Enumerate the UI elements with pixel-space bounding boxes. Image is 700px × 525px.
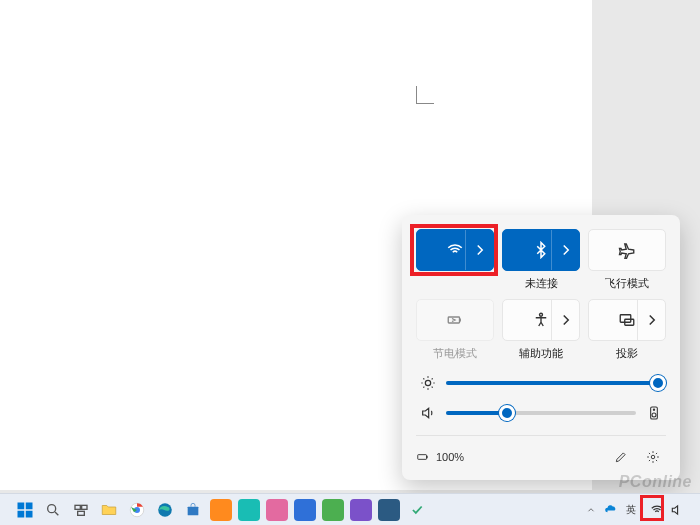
volume-slider[interactable] [446, 411, 636, 415]
system-tray: 英 [586, 501, 700, 519]
app-dark[interactable] [378, 499, 400, 521]
svg-rect-17 [82, 505, 87, 509]
tile-bluetooth: 未连接 [502, 229, 580, 291]
cursor-mark [416, 86, 434, 104]
explorer-app[interactable] [98, 499, 120, 521]
accessibility-icon [532, 311, 550, 329]
accessibility-toggle[interactable] [502, 299, 580, 341]
svg-point-7 [653, 409, 654, 410]
volume-row [416, 405, 666, 421]
app-orange[interactable] [210, 499, 232, 521]
airplane-toggle[interactable] [588, 229, 666, 271]
brightness-row [416, 375, 666, 391]
tile-airplane: 飞行模式 [588, 229, 666, 291]
battery-icon [416, 450, 430, 464]
tray-overflow[interactable] [586, 505, 596, 515]
tile-project: 投影 [588, 299, 666, 361]
chrome-app[interactable] [126, 499, 148, 521]
volume-thumb[interactable] [499, 405, 515, 421]
bluetooth-label: 未连接 [525, 277, 558, 291]
tile-wifi [416, 229, 494, 291]
svg-point-1 [540, 313, 543, 316]
edit-quick-settings[interactable] [608, 444, 634, 470]
chevron-right-icon [643, 311, 661, 329]
battery-saver-label: 节电模式 [433, 347, 477, 361]
app-teal[interactable] [238, 499, 260, 521]
brightness-fill [446, 381, 658, 385]
open-settings[interactable] [640, 444, 666, 470]
battery-saver-icon [446, 311, 464, 329]
app-pink[interactable] [266, 499, 288, 521]
chevron-right-icon [557, 241, 575, 259]
store-app[interactable] [182, 499, 204, 521]
wifi-icon [446, 241, 464, 259]
chevron-right-icon [471, 241, 489, 259]
bluetooth-expand[interactable] [551, 230, 579, 270]
svg-point-15 [48, 504, 56, 512]
quick-tiles-grid: 未连接 飞行模式 节电模式 [416, 229, 666, 361]
panel-footer: 100% [416, 435, 666, 470]
bluetooth-toggle[interactable] [502, 229, 580, 271]
bluetooth-icon [532, 241, 550, 259]
taskview-button[interactable] [70, 499, 92, 521]
accessibility-label: 辅助功能 [519, 347, 563, 361]
project-icon [618, 311, 636, 329]
chevron-right-icon [557, 311, 575, 329]
taskbar-pinned-apps [14, 499, 428, 521]
tile-accessibility: 辅助功能 [502, 299, 580, 361]
svg-rect-13 [18, 510, 25, 517]
network-sound-battery[interactable] [644, 501, 690, 519]
svg-rect-11 [18, 502, 25, 509]
app-purple[interactable] [350, 499, 372, 521]
battery-saver-toggle[interactable] [416, 299, 494, 341]
wifi-expand[interactable] [465, 230, 493, 270]
ime-indicator[interactable]: 英 [626, 503, 636, 517]
desktop-background: 未连接 飞行模式 节电模式 [0, 0, 700, 525]
tile-battery-saver: 节电模式 [416, 299, 494, 361]
airplane-icon [618, 241, 636, 259]
accessibility-expand[interactable] [551, 300, 579, 340]
svg-rect-14 [26, 510, 33, 517]
audio-output-icon[interactable] [646, 405, 662, 421]
wifi-toggle[interactable] [416, 229, 494, 271]
svg-rect-2 [620, 315, 631, 323]
brightness-slider[interactable] [446, 381, 662, 385]
start-button[interactable] [14, 499, 36, 521]
svg-rect-8 [418, 455, 427, 460]
quick-settings-panel: 未连接 飞行模式 节电模式 [402, 215, 680, 480]
wifi-tray-icon [650, 503, 664, 517]
gear-icon [646, 450, 660, 464]
svg-rect-18 [78, 511, 85, 515]
project-label: 投影 [616, 347, 638, 361]
volume-tray-icon [670, 503, 684, 517]
battery-percent: 100% [436, 451, 464, 463]
edge-app[interactable] [154, 499, 176, 521]
project-expand[interactable] [637, 300, 665, 340]
airplane-label: 飞行模式 [605, 277, 649, 291]
taskbar[interactable]: 英 [0, 493, 700, 525]
onedrive-icon[interactable] [604, 503, 618, 517]
app-blue[interactable] [294, 499, 316, 521]
app-extra[interactable] [406, 499, 428, 521]
app-green[interactable] [322, 499, 344, 521]
search-button[interactable] [42, 499, 64, 521]
volume-icon [420, 405, 436, 421]
brightness-icon [420, 375, 436, 391]
svg-rect-12 [26, 502, 33, 509]
volume-fill [446, 411, 507, 415]
svg-point-10 [651, 455, 655, 459]
svg-rect-9 [418, 455, 426, 459]
svg-rect-16 [75, 505, 80, 509]
pencil-icon [614, 450, 628, 464]
svg-point-4 [425, 380, 430, 385]
brightness-thumb[interactable] [650, 375, 666, 391]
svg-rect-22 [188, 506, 199, 515]
svg-point-6 [652, 413, 656, 417]
project-toggle[interactable] [588, 299, 666, 341]
